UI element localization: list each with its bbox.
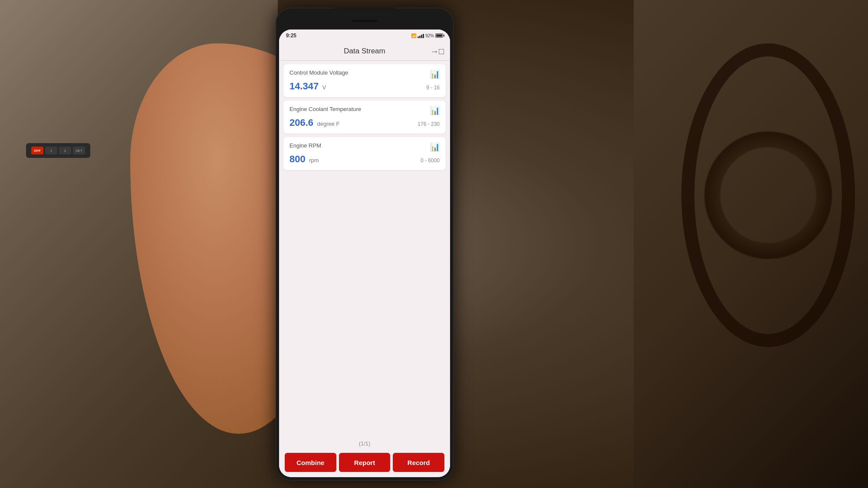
door-btn-set: SET (73, 147, 85, 154)
phone-body: 9:25 📶 92% Data Stream →□ (276, 8, 454, 481)
rpm-value: 800 (289, 154, 306, 164)
steering-wheel (681, 43, 855, 347)
rpm-value-row: 800 rpm 0 - 6000 (289, 154, 440, 165)
door-btn-1: 1 (45, 147, 57, 154)
coolant-value-group: 206.6 degree F (289, 117, 340, 128)
rpm-range: 0 - 6000 (421, 157, 440, 164)
title-bar: Data Stream →□ (279, 42, 450, 61)
bluetooth-icon: 📶 (411, 33, 416, 38)
phone: 9:25 📶 92% Data Stream →□ (276, 8, 454, 481)
data-item-rpm: Engine RPM 📊 800 rpm 0 - 6000 (283, 137, 446, 170)
page-title: Data Stream (344, 47, 385, 56)
coolant-chart-icon[interactable]: 📊 (430, 106, 440, 115)
rpm-unit: rpm (309, 157, 319, 164)
coolant-range: 176 - 230 (418, 121, 440, 127)
voltage-unit: V (322, 84, 326, 91)
phone-screen: 9:25 📶 92% Data Stream →□ (279, 29, 450, 477)
export-button[interactable]: →□ (430, 46, 444, 56)
coolant-label: Engine Coolant Temperature (289, 106, 361, 112)
voltage-value-group: 14.347 V (289, 81, 326, 92)
rpm-chart-icon[interactable]: 📊 (430, 142, 440, 152)
bottom-buttons: Combine Report Record (279, 449, 450, 477)
rpm-value-group: 800 rpm (289, 154, 319, 165)
record-button[interactable]: Record (393, 453, 444, 472)
battery-icon (435, 33, 443, 38)
coolant-value: 206.6 (289, 117, 313, 128)
signal-bars (418, 33, 424, 38)
off-button: OFF (31, 147, 43, 154)
voltage-value: 14.347 (289, 81, 319, 92)
door-controls: OFF 1 2 SET (26, 143, 90, 158)
phone-speaker (352, 20, 378, 22)
voltage-range: 9 - 16 (426, 85, 440, 91)
status-bar: 9:25 📶 92% (279, 29, 450, 42)
coolant-value-row: 206.6 degree F 176 - 230 (289, 117, 440, 128)
page-number: (1/1) (359, 440, 371, 447)
page-indicator: (1/1) (279, 438, 450, 449)
steering-area (634, 0, 868, 488)
voltage-label: Control Module Voltage (289, 69, 348, 76)
voltage-chart-icon[interactable]: 📊 (430, 69, 440, 79)
status-right: 📶 92% (411, 33, 443, 38)
voltage-value-row: 14.347 V 9 - 16 (289, 81, 440, 92)
combine-button[interactable]: Combine (285, 453, 336, 472)
coolant-unit: degree F (317, 121, 340, 127)
status-time: 9:25 (286, 33, 296, 39)
phone-notch (334, 8, 395, 17)
door-btn-2: 2 (59, 147, 71, 154)
data-item-voltage-header: Control Module Voltage 📊 (289, 69, 440, 79)
data-item-voltage: Control Module Voltage 📊 14.347 V 9 - 16 (283, 64, 446, 97)
report-button[interactable]: Report (339, 453, 391, 472)
data-item-coolant-header: Engine Coolant Temperature 📊 (289, 106, 440, 115)
rpm-label: Engine RPM (289, 142, 321, 149)
data-item-coolant: Engine Coolant Temperature 📊 206.6 degre… (283, 101, 446, 134)
data-list: Control Module Voltage 📊 14.347 V 9 - 16 (279, 61, 450, 438)
battery-percent: 92% (425, 33, 434, 38)
data-item-rpm-header: Engine RPM 📊 (289, 142, 440, 152)
